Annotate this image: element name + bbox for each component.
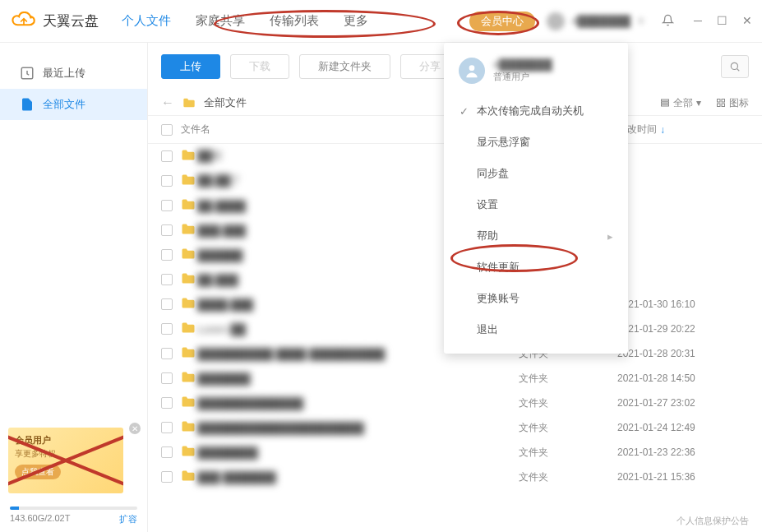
minimize-button[interactable]: ─ — [694, 14, 702, 29]
file-name: ████████ — [197, 446, 519, 459]
svg-rect-2 — [662, 99, 669, 101]
storage-text: 143.60G/2.02T — [10, 513, 70, 525]
sidebar: 最近上传 全部文件 ✕ 会员用户 享更多特权 点我查看 143.60G/2.02… — [0, 43, 148, 532]
row-checkbox[interactable] — [161, 200, 173, 211]
file-row[interactable]: ██████████████████████ 文件夹 2021-01-24 12… — [148, 415, 762, 440]
folder-icon — [182, 97, 196, 109]
file-time: 2021-01-24 12:49 — [617, 422, 749, 433]
row-checkbox[interactable] — [161, 274, 173, 285]
folder-icon — [181, 173, 196, 186]
menu-update[interactable]: 软件更新 — [444, 252, 628, 283]
file-row[interactable]: ███████ 文件夹 2021-01-28 14:50 — [148, 366, 762, 391]
row-checkbox[interactable] — [161, 150, 173, 162]
upload-button[interactable]: 上传 — [161, 54, 220, 79]
sort-desc-icon: ↓ — [660, 124, 665, 136]
folder-icon — [181, 198, 196, 210]
cloud-logo-icon — [10, 12, 38, 31]
grid-icon — [716, 98, 726, 108]
select-all-checkbox[interactable] — [161, 124, 173, 136]
avatar — [547, 12, 565, 30]
menu-help[interactable]: 帮助▸ — [444, 220, 628, 252]
promo-title: 会员用户 — [15, 434, 117, 446]
row-checkbox[interactable] — [161, 298, 173, 310]
user-area[interactable]: 4███████ ♛ — [547, 12, 645, 30]
file-row[interactable]: ███ ███████ 文件夹 2021-01-21 15:36 — [148, 465, 762, 489]
notification-icon[interactable] — [662, 14, 674, 29]
row-checkbox[interactable] — [161, 422, 173, 433]
file-name: ██████████████ — [197, 397, 519, 409]
body: 最近上传 全部文件 ✕ 会员用户 享更多特权 点我查看 143.60G/2.02… — [0, 43, 762, 532]
row-checkbox[interactable] — [161, 397, 173, 409]
breadcrumb-all-files[interactable]: 全部文件 — [204, 95, 247, 110]
folder-icon — [181, 149, 196, 161]
filter-all[interactable]: 全部 ▾ — [660, 96, 701, 110]
promo-subtitle: 享更多特权 — [15, 448, 117, 460]
window-controls: ─ ☐ ✕ — [662, 14, 752, 29]
menu-float-window[interactable]: 显示悬浮窗 — [444, 127, 628, 158]
nav-tabs: 个人文件 家庭共享 传输列表 更多 — [122, 13, 469, 29]
check-icon: ✓ — [459, 106, 469, 116]
tab-more[interactable]: 更多 — [344, 13, 368, 29]
file-type: 文件夹 — [519, 396, 617, 410]
app-name: 天翼云盘 — [43, 12, 99, 30]
promo-banner[interactable]: 会员用户 享更多特权 点我查看 — [8, 428, 123, 493]
clock-icon — [20, 66, 35, 81]
title-bar: 天翼云盘 个人文件 家庭共享 传输列表 更多 会员中心 4███████ ♛ ─… — [0, 0, 762, 43]
file-time: 2021-01-28 14:50 — [617, 372, 749, 384]
expand-link[interactable]: 扩容 — [119, 513, 137, 525]
svg-rect-7 — [718, 104, 721, 107]
row-checkbox[interactable] — [161, 372, 173, 384]
tab-transfer[interactable]: 传输列表 — [270, 13, 319, 29]
col-modtime[interactable]: 修改时间↓ — [617, 123, 749, 136]
new-folder-button[interactable]: 新建文件夹 — [299, 54, 390, 79]
tab-personal[interactable]: 个人文件 — [122, 13, 171, 29]
row-checkbox[interactable] — [161, 348, 173, 359]
file-time: 2021-01-21 15:36 — [617, 471, 749, 483]
row-checkbox[interactable] — [161, 249, 173, 261]
menu-user-info: 4███████ 普通用户 — [444, 51, 628, 95]
folder-icon — [181, 297, 196, 309]
tab-family[interactable]: 家庭共享 — [196, 13, 245, 29]
row-checkbox[interactable] — [161, 175, 173, 187]
menu-usertype: 普通用户 — [493, 71, 552, 83]
back-arrow-icon[interactable]: ← — [161, 95, 174, 110]
menu-switch-account[interactable]: 更换账号 — [444, 283, 628, 314]
row-checkbox[interactable] — [161, 471, 173, 483]
app-logo: 天翼云盘 — [10, 12, 99, 31]
download-button[interactable]: 下载 — [230, 54, 289, 79]
menu-exit[interactable]: 退出 — [444, 314, 628, 345]
folder-icon — [181, 346, 196, 359]
chevron-down-icon: ▾ — [696, 97, 701, 109]
menu-sync-disk[interactable]: 同步盘 — [444, 158, 628, 189]
file-row[interactable]: ██████████████ 文件夹 2021-01-27 23:02 — [148, 391, 762, 415]
chevron-right-icon: ▸ — [607, 230, 613, 243]
member-center-button[interactable]: 会员中心 — [469, 12, 535, 31]
promo-close-button[interactable]: ✕ — [129, 423, 141, 434]
file-row[interactable]: ████████ 文件夹 2021-01-23 22:36 — [148, 440, 762, 465]
close-button[interactable]: ✕ — [742, 14, 752, 29]
row-checkbox[interactable] — [161, 224, 173, 236]
maximize-button[interactable]: ☐ — [717, 14, 727, 29]
sidebar-item-recent[interactable]: 最近上传 — [0, 58, 147, 89]
folder-icon — [181, 420, 196, 433]
row-checkbox[interactable] — [161, 323, 173, 335]
folder-icon — [181, 247, 196, 260]
sidebar-item-all-files[interactable]: 全部文件 — [0, 89, 147, 120]
storage-fill — [10, 507, 19, 510]
menu-settings[interactable]: 设置 — [444, 189, 628, 220]
view-controls: 全部 ▾ 图标 — [660, 96, 749, 110]
menu-auto-shutdown[interactable]: ✓ 本次传输完成自动关机 — [444, 95, 628, 127]
file-type: 文件夹 — [519, 446, 617, 460]
svg-rect-6 — [722, 99, 725, 103]
sidebar-recent-label: 最近上传 — [43, 66, 85, 81]
svg-rect-4 — [662, 104, 669, 106]
file-time: 2021-01-30 16:10 — [617, 298, 749, 310]
view-icons[interactable]: 图标 — [716, 96, 749, 110]
search-icon — [729, 61, 741, 72]
row-checkbox[interactable] — [161, 446, 173, 458]
list-icon — [660, 98, 670, 108]
username: 4███████ — [571, 15, 630, 27]
search-button[interactable] — [721, 55, 749, 78]
privacy-link[interactable]: 个人信息保护公告 — [677, 515, 749, 527]
sidebar-items: 最近上传 全部文件 — [0, 43, 147, 419]
